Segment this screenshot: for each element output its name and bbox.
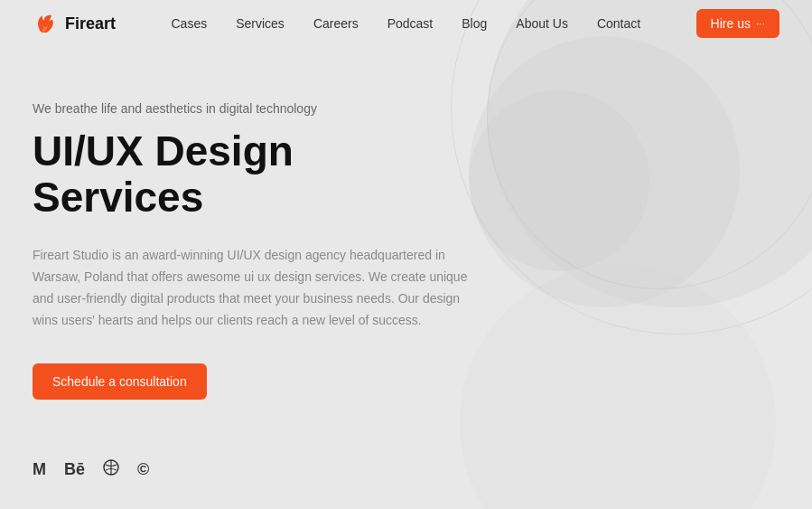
hero-description: Fireart Studio is an award-winning UI/UX… [33,245,473,331]
nav-cases[interactable]: Cases [172,16,208,31]
nav-about[interactable]: About Us [516,16,568,31]
social-icons-bar: M Bē © [33,459,149,480]
logo[interactable]: Fireart [33,11,116,36]
hero-title: UI/UX Design Services [33,128,473,220]
hero-section: We breathe life and aesthetics in digita… [0,47,506,400]
clutch-icon[interactable]: © [137,460,149,479]
medium-icon[interactable]: M [33,460,46,479]
nav-podcast[interactable]: Podcast [387,16,434,31]
header: Fireart Cases Services Careers Podcast B… [0,0,812,47]
hire-button-label: Hire us [711,16,751,31]
dribbble-icon[interactable] [103,459,119,480]
nav-contact[interactable]: Contact [597,16,640,31]
logo-text: Fireart [65,14,116,33]
schedule-consultation-button[interactable]: Schedule a consultation [33,363,207,400]
hire-button-dots: ··· [756,17,765,30]
hire-us-button[interactable]: Hire us ··· [696,9,779,38]
main-nav: Cases Services Careers Podcast Blog Abou… [172,16,641,31]
nav-careers[interactable]: Careers [313,16,359,31]
nav-blog[interactable]: Blog [462,16,487,31]
behance-icon[interactable]: Bē [64,460,85,479]
hero-tagline: We breathe life and aesthetics in digita… [33,101,473,116]
nav-services[interactable]: Services [236,16,285,31]
logo-icon [33,11,58,36]
